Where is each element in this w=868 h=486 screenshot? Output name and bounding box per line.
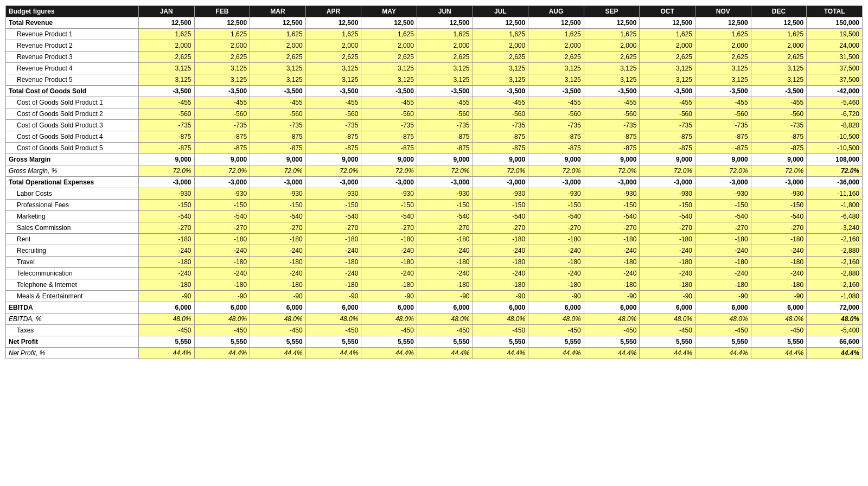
row-value: -90 [528, 291, 584, 302]
row-value: -240 [528, 268, 584, 279]
row-value: -180 [305, 279, 361, 291]
row-value: -3,000 [138, 177, 194, 188]
row-value: 9,000 [640, 154, 695, 165]
row-value: 66,600 [807, 336, 863, 348]
row-value: 1,625 [305, 29, 361, 40]
row-value: 3,125 [528, 63, 584, 74]
row-value: 48.0% [194, 314, 250, 325]
row-value: -3,000 [473, 177, 528, 188]
row-value: -5,400 [807, 325, 863, 336]
row-value: -735 [473, 120, 528, 131]
row-value: -450 [138, 325, 194, 336]
row-value: -180 [473, 257, 528, 268]
row-value: -560 [138, 108, 194, 120]
row-value: -3,000 [528, 177, 584, 188]
row-value: -875 [640, 131, 695, 143]
row-value: -560 [361, 108, 417, 120]
row-value: -930 [528, 188, 584, 200]
row-value: -930 [473, 188, 528, 200]
row-value: -180 [528, 279, 584, 291]
row-value: -875 [528, 131, 584, 143]
row-value: -930 [417, 188, 473, 200]
row-label: Net Profit [6, 336, 139, 348]
row-value: 3,125 [751, 63, 807, 74]
row-value: 48.0% [473, 314, 528, 325]
column-month-header-aug: AUG [528, 6, 584, 17]
row-value: 9,000 [138, 154, 194, 165]
table-row: EBITDA, %48.0%48.0%48.0%48.0%48.0%48.0%4… [6, 314, 863, 325]
table-row: Total Cost of Goods Sold-3,500-3,500-3,5… [6, 86, 863, 97]
row-value: -3,500 [305, 86, 361, 97]
row-value: -560 [528, 108, 584, 120]
row-value: -930 [305, 188, 361, 200]
row-value: -180 [473, 234, 528, 245]
row-value: 3,125 [250, 74, 306, 86]
row-label: Recruiting [6, 245, 139, 257]
row-value: -270 [640, 222, 695, 234]
row-value: 9,000 [361, 154, 417, 165]
row-value: 5,550 [640, 336, 695, 348]
row-value: -90 [640, 291, 695, 302]
row-value: 9,000 [584, 154, 640, 165]
row-value: -3,000 [305, 177, 361, 188]
row-value: -180 [640, 257, 695, 268]
row-value: -450 [528, 325, 584, 336]
row-value: -180 [640, 234, 695, 245]
row-value: 48.0% [751, 314, 807, 325]
row-value: -450 [305, 325, 361, 336]
row-value: -240 [473, 268, 528, 279]
row-value: 72.0% [361, 165, 417, 177]
row-value: -735 [751, 120, 807, 131]
row-value: -150 [417, 200, 473, 211]
row-value: -240 [640, 245, 695, 257]
row-label: Taxes [6, 325, 139, 336]
row-value: -240 [361, 268, 417, 279]
row-value: -735 [528, 120, 584, 131]
row-value: -150 [751, 200, 807, 211]
table-row: Gross Margin9,0009,0009,0009,0009,0009,0… [6, 154, 863, 165]
row-value: 44.4% [361, 348, 417, 359]
row-value: -180 [417, 257, 473, 268]
table-row: Revenue Product 53,1253,1253,1253,1253,1… [6, 74, 863, 86]
row-value: 44.4% [305, 348, 361, 359]
row-value: 48.0% [305, 314, 361, 325]
row-value: 9,000 [417, 154, 473, 165]
row-value: 12,500 [528, 17, 584, 29]
row-value: 44.4% [138, 348, 194, 359]
row-label: EBITDA [6, 302, 139, 314]
row-value: -240 [250, 245, 306, 257]
row-value: -455 [528, 97, 584, 108]
row-value: -180 [695, 257, 751, 268]
table-row: Revenue Product 43,1253,1253,1253,1253,1… [6, 63, 863, 74]
row-label: Revenue Product 5 [6, 74, 139, 86]
row-value: 3,125 [473, 74, 528, 86]
row-value: 6,000 [417, 302, 473, 314]
row-value: -560 [640, 108, 695, 120]
row-value: -875 [194, 143, 250, 154]
row-value: -455 [361, 97, 417, 108]
row-value: -90 [695, 291, 751, 302]
row-value: -3,500 [528, 86, 584, 97]
row-value: 48.0% [250, 314, 306, 325]
row-value: 12,500 [751, 17, 807, 29]
row-value: -270 [417, 222, 473, 234]
row-value: -8,820 [807, 120, 863, 131]
row-value: -875 [751, 131, 807, 143]
row-value: 48.0% [584, 314, 640, 325]
row-value: 1,625 [584, 29, 640, 40]
row-value: -150 [305, 200, 361, 211]
row-value: -180 [361, 279, 417, 291]
row-value: 9,000 [528, 154, 584, 165]
row-label: Revenue Product 1 [6, 29, 139, 40]
row-value: 2,625 [138, 52, 194, 63]
row-value: 72.0% [305, 165, 361, 177]
row-value: 72.0% [417, 165, 473, 177]
row-value: -930 [751, 188, 807, 200]
row-value: -875 [417, 143, 473, 154]
row-value: -10,500 [807, 143, 863, 154]
row-value: -875 [751, 143, 807, 154]
row-value: 44.4% [584, 348, 640, 359]
row-value: 6,000 [250, 302, 306, 314]
row-value: -875 [473, 143, 528, 154]
row-value: 3,125 [138, 63, 194, 74]
